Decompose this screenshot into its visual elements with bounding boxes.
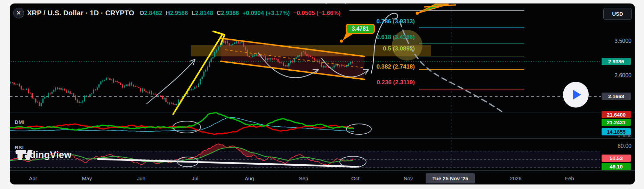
price-scale-label: 21.2431 (602, 119, 631, 126)
price-scale-label: 2.9386 (602, 58, 631, 65)
symbol-title[interactable]: XRP / U.S. Dollar · 1D · CRYPTO (27, 9, 134, 17)
dmi-panel-label[interactable]: DMI (15, 119, 25, 125)
channel-fill (221, 38, 364, 79)
chart-canvas[interactable] (10, 3, 635, 184)
ohlc-item: −0.0505 (−1.66%) (293, 10, 340, 17)
price-scale-label: 80.00 (601, 143, 631, 149)
price-scale-label: 51.53 (602, 155, 631, 162)
price-scale-label: 46.10 (602, 163, 631, 170)
price-scale-label: 3.5000 (601, 38, 631, 44)
time-axis-label: 2026 (502, 175, 530, 181)
time-axis-label: May (73, 175, 101, 181)
hand-drawn-annotations[interactable] (147, 4, 502, 167)
highlight-ellipse (346, 124, 371, 134)
ohlc-item: +0.0904 (+3.17%) (242, 10, 290, 17)
background-zones (10, 38, 600, 168)
price-scale-label: 2.6000 (601, 72, 631, 79)
time-axis-label: Sep (290, 175, 317, 181)
currency-toggle-button[interactable]: USD (603, 8, 632, 20)
fib-level-label[interactable]: 0.618 (3.4366) (345, 34, 415, 41)
play-icon (573, 90, 581, 100)
play-button[interactable] (563, 82, 589, 108)
ohlc-item: H2.9586 (166, 10, 188, 17)
dmi-indicator (10, 112, 354, 134)
yellow-trend-arrow[interactable] (173, 31, 225, 114)
time-axis-label: Aug (235, 175, 263, 181)
tradingview-chart-widget: ✕ XRP / U.S. Dollar · 1D · CRYPTO O2.848… (10, 3, 635, 184)
time-axis-label: Nov (394, 175, 422, 181)
time-axis-label: Jun (127, 175, 155, 181)
tradingview-watermark: TradingView (15, 150, 72, 160)
fib-level-label[interactable]: 1 (4.5614) (277, 3, 347, 5)
fib-level-label[interactable]: 0.382 (2.7418) (345, 63, 415, 70)
symbol-logo-icon: ✕ (13, 8, 24, 18)
fib-level-label[interactable]: 0.236 (2.3119) (345, 79, 415, 86)
price-callout-label[interactable]: 3.4781 (346, 24, 375, 34)
time-axis-label: Feb (556, 175, 583, 181)
ohlc-item: O2.8482 (139, 10, 162, 17)
ohlc-values: O2.8482H2.9586L2.8148C2.9386+0.0904 (+3.… (139, 10, 340, 17)
chart-header: ✕ XRP / U.S. Dollar · 1D · CRYPTO O2.848… (13, 8, 341, 18)
price-scale-label: 2.1663 (602, 93, 631, 100)
ohlc-item: C2.9386 (217, 10, 239, 17)
ohlc-item: L2.8148 (192, 10, 213, 17)
screenshot-stage: ✕ XRP / U.S. Dollar · 1D · CRYPTO O2.848… (0, 0, 644, 189)
tradingview-logo-icon (15, 150, 33, 160)
time-axis-label: Apr (19, 175, 47, 181)
price-scale-label: 21.6400 (602, 111, 631, 118)
time-axis-label: Jul (181, 175, 209, 181)
time-axis-label: Oct (341, 175, 369, 181)
price-scale-label: 0.0000 (601, 133, 631, 138)
fib-level-label[interactable]: 0.5 (3.0892) (345, 45, 415, 52)
callout-anchor-dot (340, 40, 343, 43)
crosshair-date-badge: Tue 25 Nov '25 (426, 173, 475, 183)
